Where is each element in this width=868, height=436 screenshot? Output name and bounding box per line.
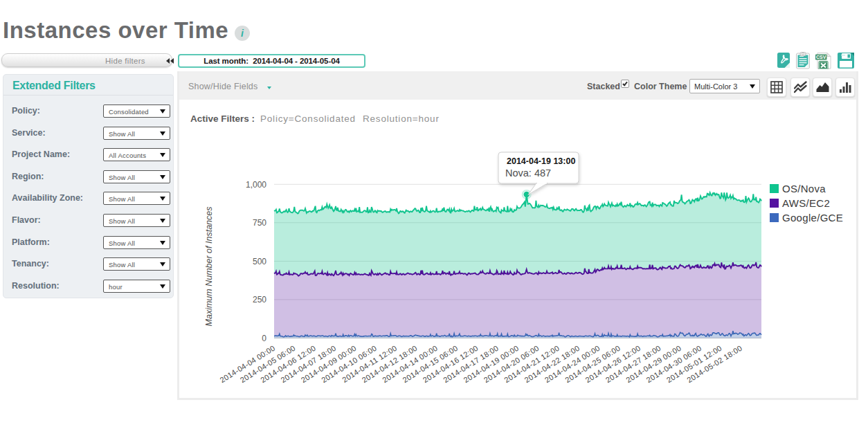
svg-text:750: 750 <box>253 218 266 228</box>
svg-text:Maximum Number of Instances: Maximum Number of Instances <box>204 207 214 327</box>
svg-text:1,000: 1,000 <box>246 180 266 190</box>
svg-text:AWS/EC2: AWS/EC2 <box>782 197 830 209</box>
svg-text:OS/Nova: OS/Nova <box>782 183 826 194</box>
svg-text:0: 0 <box>262 334 266 343</box>
svg-text:Google/GCE: Google/GCE <box>782 212 843 224</box>
svg-text:CSV: CSV <box>816 55 826 60</box>
svg-text:500: 500 <box>253 257 266 266</box>
svg-text:Nova: 487: Nova: 487 <box>505 167 551 179</box>
svg-text:2014-04-19 13:00: 2014-04-19 13:00 <box>507 156 575 166</box>
svg-text:250: 250 <box>253 295 266 305</box>
